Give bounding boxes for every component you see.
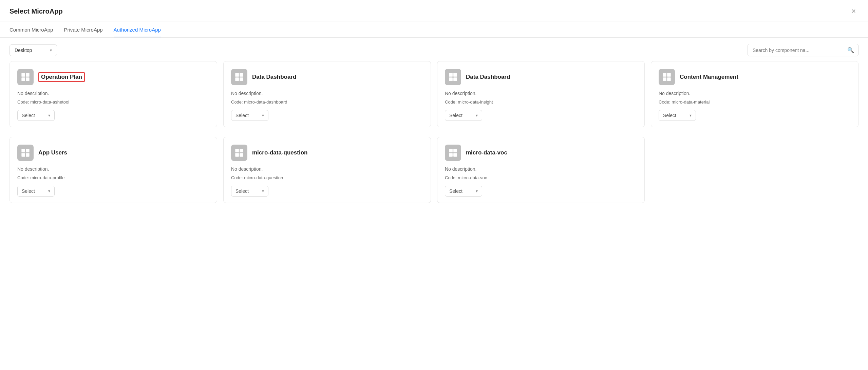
chevron-down-icon: ▾	[476, 189, 478, 193]
app-name: Content Management	[680, 74, 738, 80]
card-description: No description.	[445, 166, 637, 172]
card-code: Code: micro-data-dashboard	[231, 99, 423, 105]
dialog-header: Select MicroApp ×	[0, 0, 868, 21]
card-description: No description.	[231, 166, 423, 172]
select-dropdown[interactable]: Select ▾	[445, 186, 482, 197]
select-label: Select	[22, 188, 35, 194]
card-header: micro-data-voc	[445, 145, 637, 161]
svg-rect-17	[26, 149, 30, 152]
search-box: 🔍	[748, 44, 858, 56]
chevron-down-icon: ▾	[476, 113, 478, 118]
app-name: App Users	[38, 149, 67, 156]
dialog-title: Select MicroApp	[10, 7, 63, 15]
card-code: Code: micro-data-ashetool	[17, 99, 209, 105]
tab-common-microapp[interactable]: Common MicroApp	[10, 21, 53, 37]
svg-rect-2	[21, 77, 25, 81]
card-header: Operation Plan	[17, 69, 209, 85]
svg-rect-26	[449, 153, 453, 157]
select-dropdown[interactable]: Select ▾	[445, 110, 482, 121]
card-data-dashboard-1: Data Dashboard No description. Code: mic…	[223, 61, 431, 127]
select-dropdown[interactable]: Select ▾	[231, 186, 268, 197]
svg-rect-21	[240, 149, 243, 152]
app-name: Data Dashboard	[466, 74, 510, 80]
tab-authorized-microapp[interactable]: Authorized MicroApp	[114, 21, 161, 37]
app-icon	[231, 145, 247, 161]
select-dropdown[interactable]: Select ▾	[659, 110, 696, 121]
svg-rect-13	[667, 73, 671, 77]
card-micro-data-question: micro-data-question No description. Code…	[223, 137, 431, 203]
chevron-down-icon: ▾	[48, 113, 50, 118]
chevron-down-icon: ▾	[50, 48, 52, 53]
svg-rect-15	[667, 77, 671, 81]
app-icon	[17, 69, 34, 85]
svg-rect-4	[235, 73, 239, 77]
chevron-down-icon: ▾	[690, 113, 692, 118]
close-button[interactable]: ×	[849, 6, 858, 16]
svg-rect-24	[449, 149, 453, 152]
card-header: Data Dashboard	[231, 69, 423, 85]
app-icon	[231, 69, 247, 85]
card-description: No description.	[17, 91, 209, 96]
chevron-down-icon: ▾	[262, 189, 264, 193]
card-code: Code: micro-data-question	[231, 175, 423, 180]
svg-rect-19	[26, 153, 30, 157]
card-header: App Users	[17, 145, 209, 161]
svg-rect-1	[26, 73, 30, 77]
select-label: Select	[449, 113, 463, 118]
card-description: No description.	[659, 91, 851, 96]
select-microapp-dialog: Select MicroApp × Common MicroApp Privat…	[0, 0, 868, 370]
card-code: Code: micro-data-insight	[445, 99, 637, 105]
card-description: No description.	[445, 91, 637, 96]
tab-bar: Common MicroApp Private MicroApp Authori…	[0, 21, 868, 38]
select-label: Select	[449, 188, 463, 194]
svg-rect-23	[240, 153, 243, 157]
card-operation-plan: Operation Plan No description. Code: mic…	[10, 61, 217, 127]
search-button[interactable]: 🔍	[843, 44, 858, 56]
app-icon	[445, 145, 461, 161]
select-dropdown[interactable]: Select ▾	[17, 110, 55, 121]
svg-rect-20	[235, 149, 239, 152]
app-icon	[445, 69, 461, 85]
card-code: Code: micro-data-voc	[445, 175, 637, 180]
app-icon	[17, 145, 34, 161]
svg-rect-22	[235, 153, 239, 157]
card-code: Code: micro-data-material	[659, 99, 851, 105]
svg-rect-9	[453, 73, 457, 77]
svg-rect-5	[240, 73, 243, 77]
tab-private-microapp[interactable]: Private MicroApp	[64, 21, 102, 37]
card-content-management: Content Management No description. Code:…	[651, 61, 858, 127]
desktop-dropdown[interactable]: Desktop ▾	[10, 44, 57, 56]
card-code: Code: micro-data-profile	[17, 175, 209, 180]
svg-rect-10	[449, 77, 453, 81]
card-description: No description.	[231, 91, 423, 96]
svg-rect-27	[453, 153, 457, 157]
card-app-users: App Users No description. Code: micro-da…	[10, 137, 217, 203]
svg-rect-18	[21, 153, 25, 157]
card-data-dashboard-2: Data Dashboard No description. Code: mic…	[437, 61, 645, 127]
toolbar: Desktop ▾ 🔍	[0, 38, 868, 61]
svg-rect-7	[240, 77, 243, 81]
select-dropdown[interactable]: Select ▾	[231, 110, 268, 121]
search-input[interactable]	[748, 45, 843, 56]
app-name: micro-data-question	[252, 149, 307, 156]
cards-grid-row1: Operation Plan No description. Code: mic…	[0, 61, 868, 137]
svg-rect-6	[235, 77, 239, 81]
app-name: Data Dashboard	[252, 74, 296, 80]
svg-rect-8	[449, 73, 453, 77]
card-micro-data-voc: micro-data-voc No description. Code: mic…	[437, 137, 645, 203]
svg-rect-14	[663, 77, 666, 81]
desktop-label: Desktop	[15, 48, 32, 53]
app-icon	[659, 69, 675, 85]
svg-rect-3	[26, 77, 30, 81]
card-header: Data Dashboard	[445, 69, 637, 85]
svg-rect-12	[663, 73, 666, 77]
card-description: No description.	[17, 166, 209, 172]
svg-rect-25	[453, 149, 457, 152]
chevron-down-icon: ▾	[48, 189, 50, 193]
app-name: Operation Plan	[38, 72, 85, 82]
cards-grid-row2: App Users No description. Code: micro-da…	[0, 137, 868, 212]
select-label: Select	[22, 113, 35, 118]
card-header: micro-data-question	[231, 145, 423, 161]
select-dropdown[interactable]: Select ▾	[17, 186, 55, 197]
select-label: Select	[235, 113, 249, 118]
